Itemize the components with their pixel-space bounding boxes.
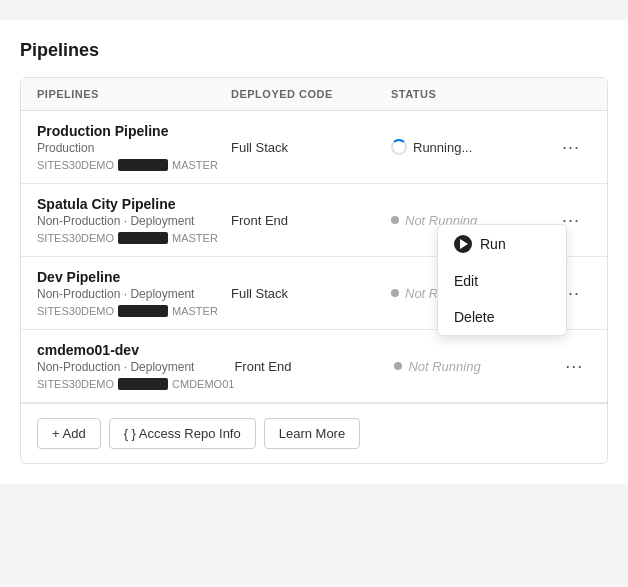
pipeline-name: Dev Pipeline [37, 269, 231, 285]
pipelines-card: PIPELINES DEPLOYED CODE STATUS Productio… [20, 77, 608, 464]
pipeline-name: Production Pipeline [37, 123, 231, 139]
table-row: Production Pipeline Production SITES30DE… [21, 111, 607, 184]
edit-menu-item[interactable]: Edit [438, 263, 566, 299]
status-label: Not Running [408, 359, 480, 374]
table-row: cmdemo01-dev Non-Production · Deployment… [21, 330, 607, 403]
page-title: Pipelines [20, 40, 608, 61]
col-pipelines: PIPELINES [37, 88, 231, 100]
pipeline-tags: SITES30DEMOMASTER [37, 159, 231, 171]
access-repo-button[interactable]: { } Access Repo Info [109, 418, 256, 449]
deployed-code: Front End [234, 359, 394, 374]
add-button[interactable]: + Add [37, 418, 101, 449]
pipeline-info: Spatula City Pipeline Non-Production · D… [37, 196, 231, 244]
run-label: Run [480, 236, 506, 252]
dropdown-menu: Run Edit Delete [437, 224, 567, 336]
pipeline-info: cmdemo01-dev Non-Production · Deployment… [37, 342, 234, 390]
pipeline-tags: SITES30DEMOCMDEMO01 [37, 378, 234, 390]
col-status: STATUS [391, 88, 551, 100]
pipeline-meta: Non-Production · Deployment [37, 214, 231, 228]
pipeline-name: cmdemo01-dev [37, 342, 234, 358]
table-row: Spatula City Pipeline Non-Production · D… [21, 184, 607, 257]
run-menu-item[interactable]: Run [438, 225, 566, 263]
pipeline-tags: SITES30DEMOMASTER [37, 305, 231, 317]
delete-label: Delete [454, 309, 494, 325]
col-actions [551, 88, 591, 100]
tag-redacted [118, 305, 168, 317]
status-dot-icon [394, 362, 402, 370]
pipeline-info: Dev Pipeline Non-Production · Deployment… [37, 269, 231, 317]
footer-buttons: + Add { } Access Repo Info Learn More [21, 403, 607, 463]
status-dot-icon [391, 289, 399, 297]
spinner-icon [391, 139, 407, 155]
play-triangle [460, 239, 468, 249]
more-options-button[interactable]: ··· [554, 354, 594, 379]
delete-menu-item[interactable]: Delete [438, 299, 566, 335]
add-label: + Add [52, 426, 86, 441]
deployed-code: Full Stack [231, 286, 391, 301]
learn-more-label: Learn More [279, 426, 345, 441]
pipeline-meta: Non-Production · Deployment [37, 360, 234, 374]
status-cell: Not Running [394, 359, 554, 374]
tag-redacted [118, 378, 168, 390]
deployed-code: Front End [231, 213, 391, 228]
deployed-code: Full Stack [231, 140, 391, 155]
tag-redacted [118, 159, 168, 171]
edit-label: Edit [454, 273, 478, 289]
col-deployed-code: DEPLOYED CODE [231, 88, 391, 100]
run-icon [454, 235, 472, 253]
pipeline-name: Spatula City Pipeline [37, 196, 231, 212]
pipeline-meta: Production [37, 141, 231, 155]
pipeline-tags: SITES30DEMOMASTER [37, 232, 231, 244]
tag-redacted [118, 232, 168, 244]
pipeline-meta: Non-Production · Deployment [37, 287, 231, 301]
learn-more-button[interactable]: Learn More [264, 418, 360, 449]
more-options-button[interactable]: ··· [551, 135, 591, 160]
pipeline-info: Production Pipeline Production SITES30DE… [37, 123, 231, 171]
page-wrapper: Pipelines PIPELINES DEPLOYED CODE STATUS… [0, 20, 628, 484]
status-dot-icon [391, 216, 399, 224]
status-label: Running... [413, 140, 472, 155]
status-cell: Running... [391, 139, 551, 155]
access-repo-label: { } Access Repo Info [124, 426, 241, 441]
table-header: PIPELINES DEPLOYED CODE STATUS [21, 78, 607, 111]
